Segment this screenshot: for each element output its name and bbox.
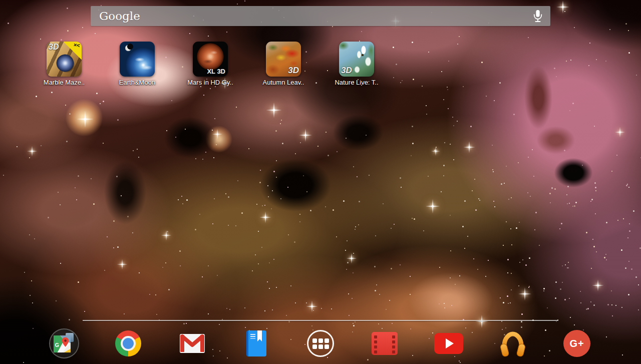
youtube-icon xyxy=(434,333,463,354)
film-holes-left xyxy=(374,335,377,338)
corner-x-mark: ×< xyxy=(73,42,80,49)
dock-app-drawer[interactable] xyxy=(288,328,353,359)
play-movies-icon xyxy=(372,332,398,355)
chrome-icon xyxy=(115,330,141,356)
app-label: Nature Live: T.. xyxy=(335,79,378,86)
mars-icon: XL 3D xyxy=(193,42,228,77)
app-autumn-leaves[interactable]: 3D Autumn Leav.. xyxy=(247,42,320,86)
folder: G xyxy=(49,328,79,358)
dock-youtube[interactable] xyxy=(417,328,481,359)
dock-divider xyxy=(83,320,558,321)
badge-3d: 3D xyxy=(49,43,59,52)
dock-play-movies[interactable] xyxy=(353,328,417,359)
app-label: Earth&Moon xyxy=(119,79,155,86)
app-marble-maze[interactable]: 3D ×< Marble Maze.. xyxy=(28,42,101,86)
app-earth-moon[interactable]: Earth&Moon xyxy=(101,42,174,86)
android-home-screen: Google 3D ×< Marble Maze.. Earth&Moon XL xyxy=(0,0,641,364)
chrome-hub xyxy=(121,336,136,351)
app-nature-live[interactable]: 3D Nature Live: T.. xyxy=(320,42,393,86)
app-drawer-icon xyxy=(307,330,334,357)
google-plus-icon: G+ xyxy=(563,330,590,357)
dock-maps-folder[interactable]: G xyxy=(32,328,96,359)
bookmark-ribbon xyxy=(257,330,262,341)
earth-moon-icon xyxy=(120,42,155,77)
play-books-icon xyxy=(246,330,266,356)
gplus-label: G+ xyxy=(569,338,584,349)
google-logo: Google xyxy=(99,6,529,26)
badge-xl-3d: XL 3D xyxy=(207,68,225,75)
app-mars-hd[interactable]: XL 3D Mars in HD Gy.. xyxy=(174,42,247,86)
gmail-icon xyxy=(179,333,205,353)
badge-3d: 3D xyxy=(341,66,352,76)
app-label: Marble Maze.. xyxy=(44,79,85,86)
dock-gmail[interactable] xyxy=(160,328,224,359)
nature-live-icon: 3D xyxy=(339,42,374,77)
dock-chrome[interactable] xyxy=(96,328,160,359)
app-label: Mars in HD Gy.. xyxy=(187,79,233,86)
marble-maze-icon: 3D ×< xyxy=(47,42,82,77)
play-triangle xyxy=(446,338,454,348)
svg-text:G: G xyxy=(55,342,59,348)
book-text-lines xyxy=(250,334,255,335)
dock: G xyxy=(32,328,609,359)
microphone-icon[interactable] xyxy=(529,8,546,25)
home-app-row: 3D ×< Marble Maze.. Earth&Moon XL 3D Mar… xyxy=(28,42,393,86)
film-holes-right xyxy=(392,335,395,338)
dock-play-books[interactable] xyxy=(224,328,288,359)
dock-google-plus[interactable]: G+ xyxy=(545,328,609,359)
app-label: Autumn Leav.. xyxy=(263,79,304,86)
autumn-leaves-icon: 3D xyxy=(266,42,301,77)
play-music-icon xyxy=(500,329,526,357)
google-maps-icon: G xyxy=(54,335,71,352)
google-search-bar[interactable]: Google xyxy=(91,6,550,26)
badge-3d: 3D xyxy=(288,66,299,76)
dock-play-music[interactable] xyxy=(481,328,545,359)
